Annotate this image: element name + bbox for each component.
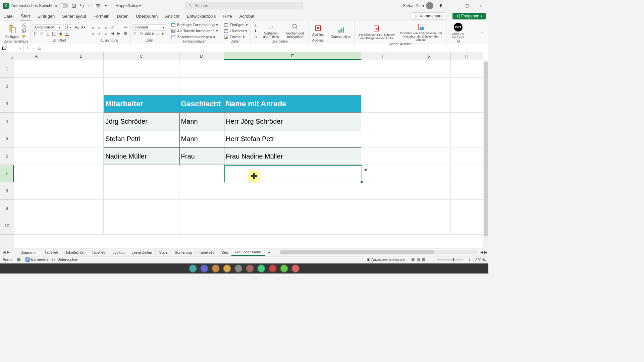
- column-headers[interactable]: A B C D E F G H: [14, 52, 483, 60]
- fx-icon[interactable]: fx: [37, 46, 42, 51]
- cell-E3[interactable]: Name mit Anrede: [224, 95, 361, 113]
- tab-nav-more[interactable]: ⋯: [11, 250, 14, 254]
- maximize-button[interactable]: ▢: [462, 3, 472, 8]
- taskbar-icon[interactable]: [246, 265, 254, 272]
- sheet-tab[interactable]: Zeit: [218, 249, 231, 255]
- cell-D3[interactable]: Geschlecht: [179, 95, 224, 113]
- sheet-tab[interactable]: Leere Zeilen: [128, 249, 156, 255]
- zoom-in[interactable]: +: [468, 258, 470, 262]
- name-box[interactable]: E7▾: [0, 44, 23, 52]
- wrap-text-icon[interactable]: ↩: [123, 25, 128, 30]
- col-F[interactable]: F: [361, 52, 406, 60]
- scroll-right[interactable]: ▶: [484, 250, 487, 254]
- bold-icon[interactable]: F: [33, 31, 38, 37]
- align-top-icon[interactable]: ≡: [90, 25, 96, 30]
- zoom-out[interactable]: −: [430, 258, 432, 262]
- tab-nav-next[interactable]: ▶: [7, 250, 9, 254]
- taskbar-icon[interactable]: [201, 265, 208, 272]
- zoom-level[interactable]: 220 %: [475, 258, 486, 262]
- sheet-tab[interactable]: Tabelle13: [196, 249, 218, 255]
- merge-icon[interactable]: ⊞: [123, 31, 128, 36]
- format-table-button[interactable]: Als Tabelle formatieren▾: [170, 28, 219, 34]
- display-settings[interactable]: ▣Anzeigeeinstellungen: [367, 257, 407, 262]
- row-1[interactable]: 1: [0, 60, 14, 78]
- view-pagebreak-icon[interactable]: ▥: [422, 257, 425, 262]
- cell-E5[interactable]: Herr Stefan Petri: [224, 130, 361, 147]
- spreadsheet-grid[interactable]: A B C D E F G H 1 2 3 4 5 6 7 8 9 10 Mit…: [0, 52, 488, 248]
- increase-indent-icon[interactable]: ▶: [116, 31, 121, 36]
- sheet-tab[interactable]: Tabelle6: [41, 249, 62, 255]
- cell-C3[interactable]: Mitarbeiter: [104, 95, 179, 113]
- format-painter-icon[interactable]: [21, 34, 26, 40]
- scrollbar-thumb[interactable]: [484, 62, 488, 236]
- tab-view[interactable]: Ansicht: [164, 12, 180, 20]
- underline-icon[interactable]: U: [45, 31, 51, 37]
- scrollbar-thumb[interactable]: [280, 250, 434, 254]
- tab-review[interactable]: Überprüfen: [135, 12, 158, 20]
- cell-E6[interactable]: Frau Nadine Müller: [224, 147, 361, 165]
- taskbar-icon[interactable]: [189, 265, 197, 272]
- copy-icon[interactable]: [21, 28, 26, 34]
- sheet-tab[interactable]: Diagramm: [17, 249, 41, 255]
- view-pagelayout-icon[interactable]: ▤: [417, 257, 420, 262]
- tab-pagelayout[interactable]: Seitenlayout: [61, 12, 87, 20]
- cell-C4[interactable]: Jörg Schröder: [104, 113, 179, 130]
- sort-filter-button[interactable]: Sortieren und Filtern: [260, 22, 282, 40]
- select-all-corner[interactable]: [0, 52, 14, 60]
- camera-icon[interactable]: [95, 3, 101, 8]
- paste-button[interactable]: Einfügen: [4, 23, 20, 39]
- row-6[interactable]: 6: [0, 147, 14, 165]
- vertical-scrollbar[interactable]: [483, 60, 488, 248]
- fontsize-combo[interactable]: 11▾: [63, 24, 73, 31]
- align-right-icon[interactable]: ≡: [103, 31, 108, 36]
- grow-font-icon[interactable]: A▴: [74, 25, 79, 30]
- zoom-slider[interactable]: [437, 259, 464, 260]
- cell-E4[interactable]: Herr Jörg Schröder: [224, 113, 361, 130]
- taskbar-icon[interactable]: [258, 265, 265, 272]
- cell-D6[interactable]: Frau: [179, 147, 224, 165]
- tab-data[interactable]: Daten: [116, 12, 129, 20]
- col-D[interactable]: D: [179, 52, 224, 60]
- user-account[interactable]: Stefan Petri: [403, 2, 433, 9]
- pdf-outlook-button[interactable]: Erstellen von PDF-Dateien und Freigeben …: [398, 22, 444, 42]
- taskbar-icon[interactable]: [235, 265, 242, 272]
- redo-icon[interactable]: [87, 3, 93, 8]
- qat-dropdown-icon[interactable]: ▾: [103, 3, 109, 8]
- thousands-icon[interactable]: 000: [145, 31, 151, 37]
- shrink-font-icon[interactable]: A▾: [80, 25, 86, 30]
- row-10[interactable]: 10: [0, 217, 14, 235]
- font-color-icon[interactable]: A: [64, 31, 70, 37]
- accessibility-status[interactable]: ♿Barrierefreiheit: Untersuchen: [25, 257, 78, 262]
- insert-cells-button[interactable]: Einfügen▾: [223, 22, 248, 27]
- row-headers[interactable]: 1 2 3 4 5 6 7 8 9 10: [0, 60, 14, 248]
- percent-icon[interactable]: %: [139, 31, 144, 37]
- taskbar-icon[interactable]: [292, 265, 299, 272]
- autosum-icon[interactable]: Σ: [253, 22, 258, 28]
- cond-format-button[interactable]: Bedingte Formatierung▾: [170, 22, 219, 27]
- cell-D4[interactable]: Mann: [179, 113, 224, 130]
- clear-icon[interactable]: ◇: [253, 34, 258, 39]
- new-sheet-button[interactable]: +: [265, 250, 274, 254]
- taskbar-icon[interactable]: [212, 265, 219, 272]
- tab-home[interactable]: Start: [20, 12, 31, 20]
- addins-button[interactable]: Add-Ins: [311, 23, 325, 37]
- col-H[interactable]: H: [451, 52, 483, 60]
- format-cells-button[interactable]: Format▾: [223, 34, 248, 40]
- fill-color-icon[interactable]: [58, 31, 63, 37]
- taskbar-icon[interactable]: [223, 265, 231, 272]
- sheet-tab[interactable]: Lookup: [109, 249, 128, 255]
- filename[interactable]: Mappe3.xlsx ▾: [115, 3, 141, 8]
- cell-C5[interactable]: Stefan Petri: [104, 130, 179, 147]
- find-select-button[interactable]: Suchen und Auswählen: [284, 22, 307, 40]
- autosave-toggle[interactable]: Automatisches Speichern: [11, 3, 68, 8]
- sheet-tab[interactable]: Sortierung: [171, 249, 196, 255]
- search-input[interactable]: Suchen: [185, 2, 303, 9]
- minimize-button[interactable]: ─: [448, 3, 458, 8]
- fill-icon[interactable]: ⬇: [253, 28, 258, 34]
- col-B[interactable]: B: [59, 52, 104, 60]
- font-combo[interactable]: Aptos Narrow▾: [33, 24, 62, 31]
- comments-button[interactable]: Kommentare: [411, 12, 446, 20]
- share-button[interactable]: Freigeben ▾: [452, 13, 486, 19]
- confirm-formula-icon[interactable]: ✓: [31, 46, 36, 51]
- borders-icon[interactable]: [52, 31, 57, 37]
